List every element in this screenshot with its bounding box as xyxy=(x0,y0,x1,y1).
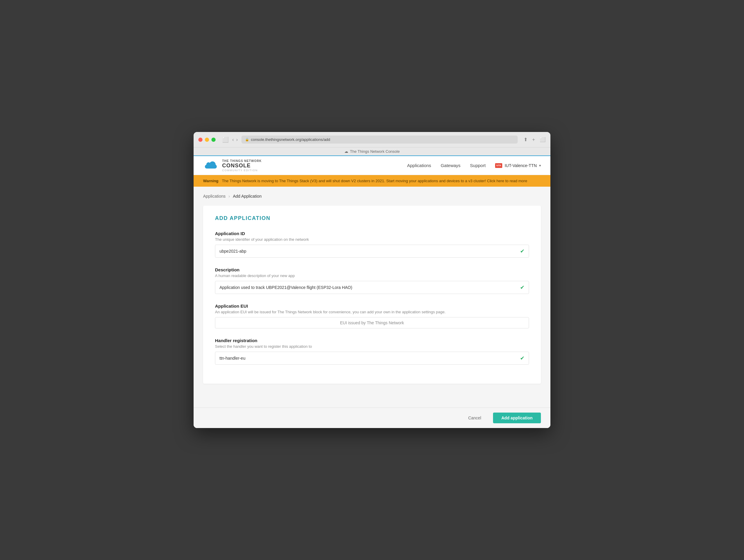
logo-text: THE THINGS NETWORK CONSOLE COMMUNITY EDI… xyxy=(222,159,262,172)
user-icon: IUTA xyxy=(495,163,502,168)
chevron-down-icon: ▾ xyxy=(539,163,541,168)
warning-banner[interactable]: Warning The Things Network is moving to … xyxy=(194,175,550,187)
tabs-button[interactable]: ⬜ xyxy=(540,137,546,143)
app-nav: THE THINGS NETWORK CONSOLE COMMUNITY EDI… xyxy=(194,156,550,175)
app-id-input-wrapper: ✔ xyxy=(215,245,529,258)
lock-icon: 🔒 xyxy=(245,137,249,142)
nav-links: Applications Gateways Support xyxy=(407,163,486,168)
handler-hint: Select the handler you want to register … xyxy=(215,344,529,349)
app-id-hint: The unique identifier of your applicatio… xyxy=(215,237,529,242)
window-controls: ⬜ xyxy=(222,136,229,143)
app-eui-hint: An application EUI will be issued for Th… xyxy=(215,310,529,314)
address-text: console.thethingsnetwork.org/application… xyxy=(251,137,330,142)
logo-console-text: CONSOLE xyxy=(222,163,251,169)
handler-group: Handler registration Select the handler … xyxy=(215,338,529,365)
close-button[interactable] xyxy=(198,137,202,142)
logo-cloud-icon xyxy=(203,160,219,171)
breadcrumb: Applications › Add Application xyxy=(203,194,541,199)
app-id-label: Application ID xyxy=(215,231,529,236)
share-button[interactable]: ⬆ xyxy=(524,137,527,143)
traffic-lights xyxy=(198,137,216,142)
app-content: THE THINGS NETWORK CONSOLE COMMUNITY EDI… xyxy=(194,156,550,428)
tab-bar: ☁ The Things Network Console xyxy=(194,148,550,156)
logo-edition-text: COMMUNITY EDITION xyxy=(222,169,262,172)
breadcrumb-current: Add Application xyxy=(233,194,262,199)
handler-input-wrapper: ✔ xyxy=(215,352,529,365)
description-valid-icon: ✔ xyxy=(520,284,525,291)
user-menu[interactable]: IUTA IUT-Valence-TTN ▾ xyxy=(495,163,541,168)
minimize-button[interactable] xyxy=(205,137,209,142)
description-group: Description A human readable description… xyxy=(215,267,529,294)
main-content: Applications › Add Application ADD APPLI… xyxy=(194,187,550,407)
app-id-valid-icon: ✔ xyxy=(520,248,525,254)
maximize-button[interactable] xyxy=(212,137,216,142)
form-title: ADD APPLICATION xyxy=(215,215,529,222)
tab-icon: ☁ xyxy=(344,149,348,154)
title-bar: ⬜ ‹ › 🔒 console.thethingsnetwork.org/app… xyxy=(194,132,550,148)
logo-area: THE THINGS NETWORK CONSOLE COMMUNITY EDI… xyxy=(203,159,262,172)
app-eui-label: Application EUI xyxy=(215,304,529,309)
add-application-button[interactable]: Add application xyxy=(493,412,541,423)
nav-buttons: ‹ › xyxy=(232,137,238,143)
new-tab-button[interactable]: + xyxy=(532,137,535,143)
app-eui-group: Application EUI An application EUI will … xyxy=(215,304,529,328)
description-input[interactable] xyxy=(219,285,518,290)
breadcrumb-separator: › xyxy=(229,194,230,199)
breadcrumb-parent[interactable]: Applications xyxy=(203,194,226,199)
nav-gateways[interactable]: Gateways xyxy=(441,163,460,168)
handler-label: Handler registration xyxy=(215,338,529,343)
logo-ttn-text: THE THINGS NETWORK xyxy=(222,159,262,163)
description-label: Description xyxy=(215,267,529,272)
address-bar[interactable]: 🔒 console.thethingsnetwork.org/applicati… xyxy=(241,135,518,144)
user-name: IUT-Valence-TTN xyxy=(505,163,537,168)
cancel-button[interactable]: Cancel xyxy=(461,412,488,423)
back-button[interactable]: ‹ xyxy=(232,137,234,143)
nav-applications[interactable]: Applications xyxy=(407,163,431,168)
form-card: ADD APPLICATION Application ID The uniqu… xyxy=(203,206,541,384)
sidebar-toggle-icon[interactable]: ⬜ xyxy=(222,136,229,143)
browser-actions: ⬆ + ⬜ xyxy=(524,137,546,143)
warning-message: The Things Network is moving to The Thin… xyxy=(222,178,527,183)
handler-valid-icon: ✔ xyxy=(520,355,525,361)
warning-prefix: Warning xyxy=(203,178,219,183)
tab-title: The Things Network Console xyxy=(350,149,400,154)
app-id-input[interactable] xyxy=(219,249,518,253)
form-footer: Cancel Add application xyxy=(194,407,550,428)
app-id-group: Application ID The unique identifier of … xyxy=(215,231,529,258)
nav-support[interactable]: Support xyxy=(470,163,486,168)
handler-input[interactable] xyxy=(219,356,518,361)
description-input-wrapper: ✔ xyxy=(215,281,529,294)
description-hint: A human readable description of your new… xyxy=(215,274,529,278)
forward-button[interactable]: › xyxy=(236,137,237,143)
app-eui-placeholder: EUI issued by The Things Network xyxy=(215,317,529,328)
user-abbr: IUTA xyxy=(496,164,501,166)
